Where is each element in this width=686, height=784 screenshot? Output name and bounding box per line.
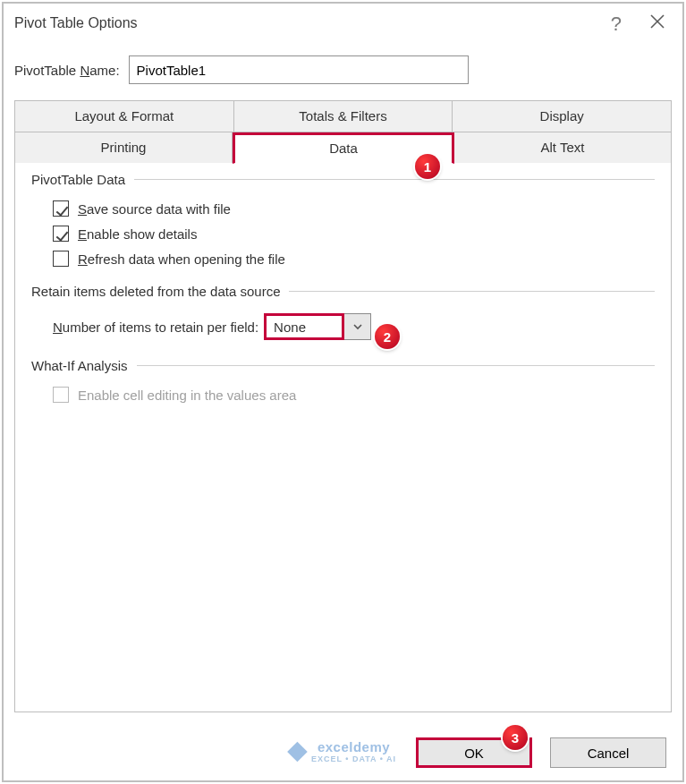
tab-printing[interactable]: Printing	[14, 132, 233, 164]
rule	[134, 179, 655, 180]
label-enable-show[interactable]: Enable show details	[78, 226, 197, 242]
tab-strip: Layout & Format Totals & Filters Display…	[14, 100, 672, 712]
tab-alt-text[interactable]: Alt Text	[454, 132, 672, 164]
label-retain-number: Number of items to retain per field:	[53, 320, 258, 335]
checkbox-refresh[interactable]	[53, 251, 69, 267]
checkbox-enable-show[interactable]	[53, 226, 69, 242]
combo-retain-value[interactable]: None	[264, 313, 344, 340]
dialog-title: Pivot Table Options	[14, 15, 138, 31]
tab-row-top: Layout & Format Totals & Filters Display	[14, 100, 672, 132]
pivot-name-label: PivotTable Name:	[14, 63, 120, 78]
legend-retain: Retain items deleted from the data sourc…	[31, 284, 280, 299]
group-pivotdata: PivotTable Data Save source data with fi…	[31, 172, 655, 271]
watermark-tag: EXCEL • DATA • AI	[311, 754, 396, 763]
titlebar: Pivot Table Options ?	[4, 4, 682, 43]
rule	[289, 291, 655, 292]
checkbox-enable-cell-edit	[53, 387, 69, 403]
annotation-2: 2	[375, 324, 400, 349]
tab-panel: PivotTable Data Save source data with fi…	[14, 163, 672, 712]
legend-whatif: What-If Analysis	[31, 358, 128, 373]
checkbox-save-source[interactable]	[53, 200, 69, 217]
label-enable-cell-edit: Enable cell editing in the values area	[78, 388, 296, 403]
legend-pivotdata: PivotTable Data	[31, 172, 125, 187]
label-refresh[interactable]: Refresh data when opening the file	[78, 251, 285, 267]
dialog: Pivot Table Options ? PivotTable Name: L…	[2, 2, 684, 782]
close-icon[interactable]	[648, 13, 666, 34]
combo-retain: None	[264, 313, 371, 340]
label-save-source[interactable]: Save source data with file	[78, 201, 231, 217]
annotation-3: 3	[503, 725, 528, 750]
cancel-button[interactable]: Cancel	[550, 737, 666, 768]
tab-totals-filters[interactable]: Totals & Filters	[234, 100, 453, 132]
group-whatif: What-If Analysis Enable cell editing in …	[31, 358, 655, 407]
pivot-name-input[interactable]	[129, 55, 469, 84]
watermark-icon	[287, 741, 308, 762]
combo-retain-button[interactable]	[344, 313, 371, 340]
help-icon[interactable]: ?	[611, 13, 622, 36]
group-retain: Retain items deleted from the data sourc…	[31, 284, 655, 345]
tab-display[interactable]: Display	[453, 100, 672, 132]
annotation-1: 1	[415, 154, 440, 179]
rule	[137, 365, 655, 366]
watermark-brand: exceldemy	[318, 739, 390, 754]
watermark: exceldemy EXCEL • DATA • AI	[290, 739, 396, 763]
name-row: PivotTable Name:	[4, 43, 682, 100]
panel-data: PivotTable Data Save source data with fi…	[15, 163, 671, 407]
tab-layout-format[interactable]: Layout & Format	[14, 100, 234, 132]
chevron-down-icon	[352, 321, 363, 332]
tab-row-bottom: Printing Data Alt Text	[14, 132, 672, 164]
